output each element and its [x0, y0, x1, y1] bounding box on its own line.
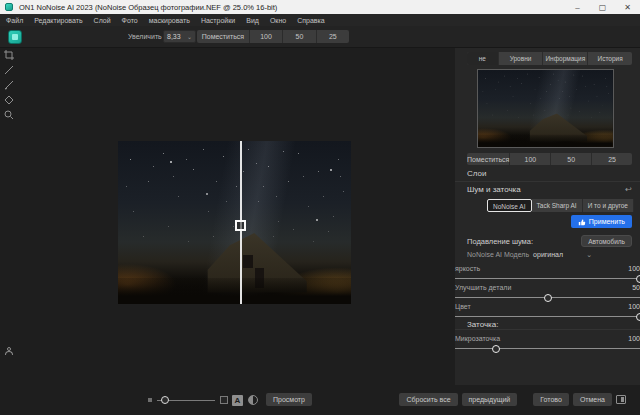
zoom-preset-group: Поместиться 100 50 25	[197, 30, 349, 43]
nav-25-button[interactable]: 25	[592, 153, 632, 165]
window-title: ON1 NoNoise AI 2023 (NoNoise Образец фот…	[19, 3, 277, 12]
maximize-button[interactable]: ▢	[590, 0, 615, 14]
zoom-100-button[interactable]: 100	[250, 30, 283, 43]
masking-bug-icon[interactable]	[0, 93, 18, 106]
title-bar: ON1 NoNoise AI 2023 (NoNoise Образец фот…	[0, 0, 640, 14]
noise-reduction-header-row: Подавление шума: Автомобиль	[467, 235, 632, 247]
slider-handle[interactable]	[161, 396, 169, 404]
brush-tool-icon[interactable]	[0, 63, 18, 76]
luminosity-slider-labels: яркость 100	[455, 265, 640, 272]
sharpening-header: Заточка:	[467, 320, 632, 329]
detail-slider-labels: Улучшить детали 50	[455, 284, 640, 291]
menu-view[interactable]: Вид	[246, 17, 259, 24]
tab-info[interactable]: Информация	[543, 52, 588, 65]
compare-mode-icon[interactable]	[248, 395, 258, 405]
menu-photo[interactable]: Фото	[122, 17, 138, 24]
color-slider-labels: Цвет 100	[455, 303, 640, 310]
menu-help[interactable]: Справка	[297, 17, 324, 24]
opacity-min-icon	[148, 398, 152, 402]
done-button[interactable]: Готово	[533, 393, 569, 406]
menu-mask[interactable]: маскировать	[149, 17, 190, 24]
navigator-thumbnail[interactable]	[477, 69, 614, 148]
left-tool-strip: ?	[0, 48, 18, 415]
preview-button[interactable]: Просмотр	[266, 393, 312, 406]
zoom-50-button[interactable]: 50	[283, 30, 316, 43]
slider-handle[interactable]	[636, 313, 640, 321]
slider-value: 100	[628, 335, 640, 342]
microsharp-slider-labels: Микрозаточка 100	[455, 335, 640, 342]
slider-handle[interactable]	[544, 294, 552, 302]
zoom-level-value: 8,33	[167, 33, 181, 40]
menu-window[interactable]: Окно	[270, 17, 286, 24]
bottom-bar: A Просмотр Сбросить все предыдущий Готов…	[0, 385, 640, 415]
slider-value: 50	[632, 284, 640, 291]
nav-50-button[interactable]: 50	[551, 153, 592, 165]
apply-button[interactable]: Применить	[571, 215, 632, 228]
previous-button[interactable]: предыдущий	[462, 393, 518, 406]
soft-proof-checkbox[interactable]	[220, 396, 228, 404]
reset-all-button[interactable]: Сбросить все	[399, 393, 457, 406]
slider-label: Микрозаточка	[455, 335, 500, 342]
menu-layer[interactable]: Слой	[94, 17, 111, 24]
nav-100-button[interactable]: 100	[510, 153, 551, 165]
gamut-warning-icon[interactable]: A	[232, 395, 243, 406]
close-button[interactable]: ✕	[615, 0, 640, 14]
slider-value: 100	[628, 303, 640, 310]
nav-fit-button[interactable]: Поместиться	[467, 153, 510, 165]
image-canvas[interactable]	[18, 48, 455, 385]
crop-tool-icon[interactable]	[0, 48, 18, 61]
compare-divider-handle[interactable]	[235, 220, 246, 231]
model-label: NoNoise AI Модель	[467, 251, 529, 258]
mode-both-button[interactable]: И то и другое	[583, 199, 634, 212]
zoom-level-dropdown[interactable]: 8,33 ⌄	[163, 30, 196, 43]
slider-label: Улучшить детали	[455, 284, 511, 291]
microsharp-slider[interactable]	[455, 348, 640, 349]
noise-sharpen-title: Шум и заточка	[467, 185, 521, 194]
slider-label: Цвет	[455, 303, 471, 310]
photo-preview[interactable]	[118, 141, 351, 304]
chevron-down-icon: ⌄	[586, 251, 592, 258]
menu-file[interactable]: Файл	[6, 17, 23, 24]
detail-slider[interactable]	[455, 297, 640, 298]
panel-tab-bar: не Уровни Информация История	[467, 52, 632, 65]
fit-button[interactable]: Поместиться	[197, 30, 250, 43]
slider-handle[interactable]	[492, 345, 500, 353]
panel-toggle-icon[interactable]	[616, 395, 626, 404]
tab-history[interactable]: История	[588, 52, 632, 65]
nonoise-module-icon[interactable]	[8, 30, 22, 44]
zoom-label: Увеличить	[128, 33, 162, 40]
auto-button[interactable]: Автомобиль	[581, 235, 632, 247]
model-value: оригинал	[533, 251, 563, 258]
cancel-button[interactable]: Отмена	[573, 393, 612, 406]
menu-bar: Файл Редактировать Слой Фото маскировать…	[0, 14, 640, 26]
noise-sharpen-header: Шум и заточка ↩	[467, 185, 632, 194]
account-icon[interactable]	[4, 347, 14, 357]
tab-navigator[interactable]: не	[467, 52, 499, 65]
slider-value: 100	[628, 265, 640, 272]
slider-label: яркость	[455, 265, 480, 272]
preview-opacity-slider[interactable]	[157, 400, 215, 401]
zoom-25-button[interactable]: 25	[317, 30, 349, 43]
menu-edit[interactable]: Редактировать	[34, 17, 82, 24]
mode-nonoise-button[interactable]: NoNoise AI	[487, 199, 532, 212]
chevron-down-icon: ⌄	[187, 34, 192, 40]
layers-section-header[interactable]: Слои	[467, 169, 632, 178]
pen-tool-icon[interactable]	[0, 78, 18, 91]
toolbar: Увеличить 8,33 ⌄ Поместиться 100 50 25	[0, 26, 640, 48]
right-panel: не Уровни Информация История Поместиться…	[455, 48, 640, 385]
color-slider[interactable]	[455, 316, 640, 317]
luminosity-slider[interactable]	[455, 278, 640, 279]
thumb-up-icon	[578, 218, 586, 226]
minimize-button[interactable]: –	[565, 0, 590, 14]
tab-levels[interactable]: Уровни	[499, 52, 544, 65]
noise-reduction-title: Подавление шума:	[467, 237, 533, 246]
app-icon	[5, 3, 13, 11]
reset-icon[interactable]: ↩	[625, 185, 632, 194]
zoom-tool-icon[interactable]	[0, 108, 18, 121]
menu-settings[interactable]: Настройки	[201, 17, 235, 24]
mode-tacksharp-button[interactable]: Tack Sharp AI	[532, 199, 583, 212]
slider-handle[interactable]	[636, 275, 640, 283]
model-dropdown[interactable]: NoNoise AI Модель оригинал ⌄	[467, 251, 632, 258]
mode-button-group: NoNoise AI Tack Sharp AI И то и другое	[487, 199, 634, 212]
navigator-zoom-group: Поместиться 100 50 25	[467, 153, 632, 165]
